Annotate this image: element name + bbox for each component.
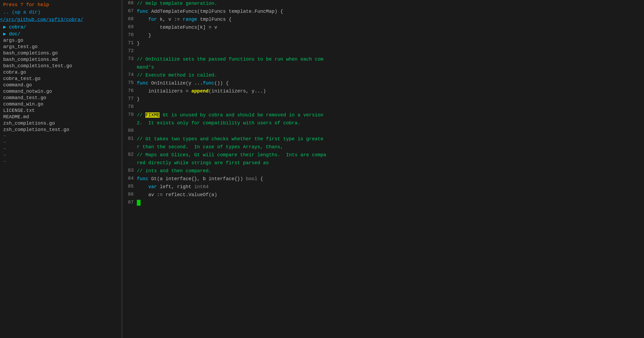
line-content-67: func AddTemplateFuncs(tmplFuncs template… [137, 8, 644, 15]
line-content-70: } [137, 32, 644, 39]
line-num-66: 66 [122, 0, 137, 6]
file-sidebar[interactable]: Press ? for help .. (up a dir) </src/git… [0, 0, 122, 338]
sidebar-item-args-test-go[interactable]: args_test.go [0, 44, 122, 50]
code-line-76: 76 initializers = append(initializers, y… [122, 88, 644, 96]
line-content-87 [137, 200, 644, 206]
code-line-67: 67 func AddTemplateFuncs(tmplFuncs templ… [122, 8, 644, 16]
code-line-66: 66 // Help template generation. [122, 0, 644, 8]
code-line-80: 80 [122, 128, 644, 136]
line-content-74: // Execute method is called. [137, 72, 644, 79]
current-path[interactable]: </src/github.com/spf13/cobra/ [0, 16, 83, 23]
line-content-82-wrap: red directly while strings are first par… [137, 160, 644, 166]
line-content-82: // Maps and Slices, Gt will compare thei… [137, 152, 644, 158]
tilde-5: ~ [0, 158, 122, 165]
line-num-81: 81 [122, 136, 137, 141]
text-cursor [137, 200, 141, 206]
sidebar-item-zsh-completions-go[interactable]: zsh_completions.go [0, 120, 122, 126]
updir-link[interactable]: .. (up a dir) [0, 9, 122, 16]
sidebar-item-bash-completions-test-go[interactable]: bash_completions_test.go [0, 63, 122, 69]
line-num-74: 74 [122, 72, 137, 77]
line-content-84: func Gt(a interface{}, b interface{}) bo… [137, 176, 644, 182]
sidebar-item-command-win-go[interactable]: command_win.go [0, 101, 122, 107]
line-num-71: 71 [122, 40, 137, 45]
fixme-highlight: FIXME [145, 112, 160, 118]
sidebar-item-doc[interactable]: doc/ [0, 30, 122, 37]
line-num-80: 80 [122, 128, 137, 133]
code-line-81-wrap: r than the second. In case of types Arra… [122, 143, 644, 151]
sidebar-item-cobra[interactable]: cobra/ [0, 23, 122, 30]
line-content-83: // ints and then compared. [137, 168, 644, 174]
sidebar-item-args-go[interactable]: args.go [0, 37, 122, 44]
code-display: 66 // Help template generation. 67 func … [122, 0, 644, 207]
code-line-73: 73 // OnInitialize sets the passed funct… [122, 56, 644, 64]
line-content-81: // Gt takes two types and checks whether… [137, 136, 644, 142]
line-content-77: } [137, 96, 644, 103]
line-content-66: // Help template generation. [137, 0, 644, 7]
code-line-70: 70 } [122, 32, 644, 40]
code-line-84: 84 func Gt(a interface{}, b interface{})… [122, 175, 644, 183]
line-content-73-wrap: mand's [137, 64, 644, 71]
line-num-73: 73 [122, 56, 137, 61]
code-line-69: 69 templateFuncs[k] = v [122, 24, 644, 32]
sidebar-item-command-go[interactable]: command.go [0, 82, 122, 88]
help-hint: Press ? for help [0, 1, 122, 9]
code-line-86: 86 av := reflect.ValueOf(a) [122, 191, 644, 199]
line-content-69: templateFuncs[k] = v [137, 24, 644, 31]
line-num-86: 86 [122, 192, 137, 197]
code-line-72: 72 [122, 48, 644, 56]
line-content-68: for k, v := range tmplFuncs { [137, 16, 644, 23]
code-line-71: 71 } [122, 40, 644, 48]
line-content-76: initializers = append(initializers, y...… [137, 88, 644, 95]
line-num-82: 82 [122, 152, 137, 157]
line-content-75: func OnInitialize(y ...func()) { [137, 80, 644, 87]
line-num-72: 72 [122, 48, 137, 53]
line-num-75: 75 [122, 80, 137, 85]
sidebar-item-command-test-go[interactable]: command_test.go [0, 95, 122, 101]
line-content-79: // FIXME Gt is unused by cobra and shoul… [137, 112, 644, 119]
sidebar-item-bash-completions-go[interactable]: bash_completions.go [0, 50, 122, 56]
line-num-87: 87 [122, 200, 137, 205]
code-line-73-wrap: mand's [122, 64, 644, 72]
code-line-87: 87 [122, 199, 644, 207]
sidebar-item-cobra-go[interactable]: cobra.go [0, 69, 122, 75]
code-line-78: 78 [122, 104, 644, 112]
line-content-79-wrap: 2. It exists only for compatibility with… [137, 120, 644, 126]
line-num-78: 78 [122, 104, 137, 109]
line-num-83: 83 [122, 168, 137, 173]
tilde-3: ~ [0, 146, 122, 152]
code-line-68: 68 for k, v := range tmplFuncs { [122, 16, 644, 24]
tilde-1: ~ [0, 133, 122, 139]
line-content-86: av := reflect.ValueOf(a) [137, 192, 644, 198]
line-num-70: 70 [122, 32, 137, 37]
tilde-2: ~ [0, 139, 122, 146]
code-line-82-wrap: red directly while strings are first par… [122, 159, 644, 167]
line-num-85: 85 [122, 184, 137, 189]
code-line-77: 77 } [122, 96, 644, 104]
line-num-77: 77 [122, 96, 137, 101]
line-num-76: 76 [122, 88, 137, 93]
sidebar-item-cobra-test-go[interactable]: cobra_test.go [0, 75, 122, 82]
code-line-83: 83 // ints and then compared. [122, 167, 644, 175]
line-content-73: // OnInitialize sets the passed function… [137, 56, 644, 63]
line-num-68: 68 [122, 16, 137, 22]
line-content-71: } [137, 40, 644, 47]
line-num-67: 67 [122, 8, 137, 14]
sidebar-item-command-notwin-go[interactable]: command_notwin.go [0, 88, 122, 95]
code-line-85: 85 var left, right int64 [122, 183, 644, 191]
tilde-4: ~ [0, 152, 122, 158]
sidebar-item-license-txt[interactable]: LICENSE.txt [0, 107, 122, 114]
line-num-84: 84 [122, 176, 137, 181]
sidebar-item-zsh-completions-test-go[interactable]: zsh_completions_test.go [0, 126, 122, 133]
line-num-69: 69 [122, 24, 137, 29]
code-line-74: 74 // Execute method is called. [122, 72, 644, 80]
line-num-79: 79 [122, 112, 137, 117]
sidebar-item-bash-completions-md[interactable]: bash_completions.md [0, 56, 122, 63]
code-line-75: 75 func OnInitialize(y ...func()) { [122, 80, 644, 88]
sidebar-item-readme-md[interactable]: README.md [0, 114, 122, 120]
code-editor: 66 // Help template generation. 67 func … [122, 0, 644, 338]
line-content-81-wrap: r than the second. In case of types Arra… [137, 144, 644, 150]
code-line-79: 79 // FIXME Gt is unused by cobra and sh… [122, 112, 644, 120]
code-line-81: 81 // Gt takes two types and checks whet… [122, 136, 644, 143]
line-content-85: var left, right int64 [137, 184, 644, 190]
code-line-82: 82 // Maps and Slices, Gt will compare t… [122, 151, 644, 159]
